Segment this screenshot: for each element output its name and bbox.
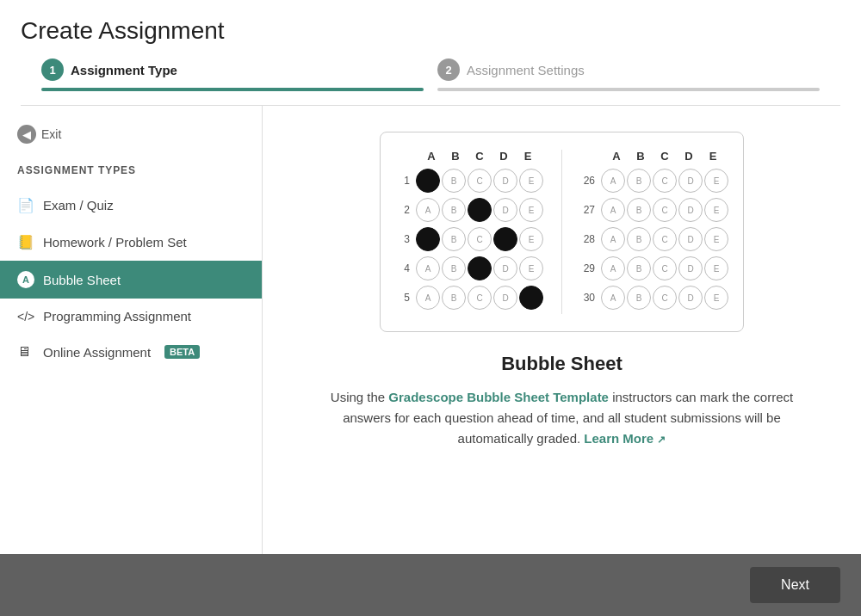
step-1-label: Assignment Type	[71, 63, 177, 77]
exit-label: Exit	[41, 127, 61, 141]
bubble-row-26: 26 A B C D E	[579, 168, 729, 194]
footer: Next	[0, 554, 861, 616]
desc-prefix: Using the	[331, 390, 389, 404]
exam-quiz-icon: 📄	[17, 197, 34, 213]
col-header-A-right: A	[604, 150, 629, 163]
homework-icon: 📒	[17, 234, 34, 250]
programming-icon: </>	[17, 310, 34, 323]
col-header-C-left: C	[468, 150, 492, 163]
back-icon: ◀	[17, 125, 36, 144]
col-header-E-left: E	[516, 150, 540, 163]
sidebar-item-programming[interactable]: </> Programming Assignment	[0, 299, 262, 334]
sidebar-item-exam-quiz-label: Exam / Quiz	[43, 198, 114, 213]
bubble-left-half: A B C D E 1 B C D E 2 A	[394, 150, 544, 314]
bubble-row-30: 30 A B C D E	[579, 285, 729, 311]
bubble-row-5: 5 A B C D	[394, 285, 544, 311]
col-header-A-left: A	[419, 150, 443, 163]
bubble-row-3: 3 B C E	[394, 226, 544, 252]
step-2-bar	[437, 88, 820, 91]
assignment-types-section-label: ASSIGNMENT TYPES	[0, 157, 262, 187]
col-header-E-right: E	[701, 150, 725, 163]
col-header-D-right: D	[677, 150, 701, 163]
sidebar-item-online-label: Online Assignment	[43, 345, 151, 360]
sidebar-item-homework-label: Homework / Problem Set	[43, 235, 187, 249]
step-1: 1 Assignment Type	[41, 59, 424, 91]
beta-badge: BETA	[164, 345, 200, 359]
col-header-B-right: B	[629, 150, 653, 163]
main-content: A B C D E 1 B C D E 2 A	[263, 106, 861, 554]
col-header-C-right: C	[653, 150, 677, 163]
sidebar-item-bubble-sheet-label: Bubble Sheet	[43, 273, 121, 287]
step-1-bar	[41, 88, 424, 91]
step-2: 2 Assignment Settings	[437, 59, 820, 91]
external-link-icon: ↗	[657, 434, 666, 446]
next-button[interactable]: Next	[750, 567, 840, 603]
sidebar-item-bubble-sheet[interactable]: A Bubble Sheet	[0, 261, 262, 299]
page-title: Create Assignment	[21, 17, 840, 45]
online-icon: 🖥	[17, 344, 34, 360]
sidebar-item-online[interactable]: 🖥 Online Assignment BETA	[0, 334, 262, 370]
sidebar-item-homework[interactable]: 📒 Homework / Problem Set	[0, 224, 262, 261]
bubble-row-27: 27 A B C D E	[579, 197, 729, 223]
content-description: Using the Gradescope Bubble Sheet Templa…	[321, 387, 803, 449]
bubble-row-4: 4 A B D E	[394, 256, 544, 281]
bubble-sheet-icon: A	[17, 271, 34, 288]
sidebar-item-exam-quiz[interactable]: 📄 Exam / Quiz	[0, 187, 262, 224]
bubble-right-half: A B C D E 26 A B C D E 27 A B	[561, 150, 729, 314]
bubble-sheet-template-link[interactable]: Gradescope Bubble Sheet Template	[388, 390, 609, 404]
bubble-row-1: 1 B C D E	[394, 168, 544, 194]
exit-button[interactable]: ◀ Exit	[0, 120, 262, 157]
step-1-number: 1	[41, 59, 64, 81]
bubble-row-28: 28 A B C D E	[579, 226, 729, 252]
sidebar: ◀ Exit ASSIGNMENT TYPES 📄 Exam / Quiz 📒 …	[0, 106, 263, 554]
col-header-D-left: D	[492, 150, 516, 163]
learn-more-link[interactable]: Learn More ↗	[584, 431, 666, 446]
sidebar-item-programming-label: Programming Assignment	[43, 309, 191, 323]
bubble-row-2: 2 A B D E	[394, 197, 544, 223]
col-header-B-left: B	[443, 150, 468, 163]
step-2-number: 2	[437, 59, 460, 81]
bubble-sheet-preview: A B C D E 1 B C D E 2 A	[380, 132, 744, 332]
step-2-label: Assignment Settings	[467, 63, 585, 77]
bubble-row-29: 29 A B C D E	[579, 256, 729, 281]
content-title: Bubble Sheet	[501, 353, 623, 375]
